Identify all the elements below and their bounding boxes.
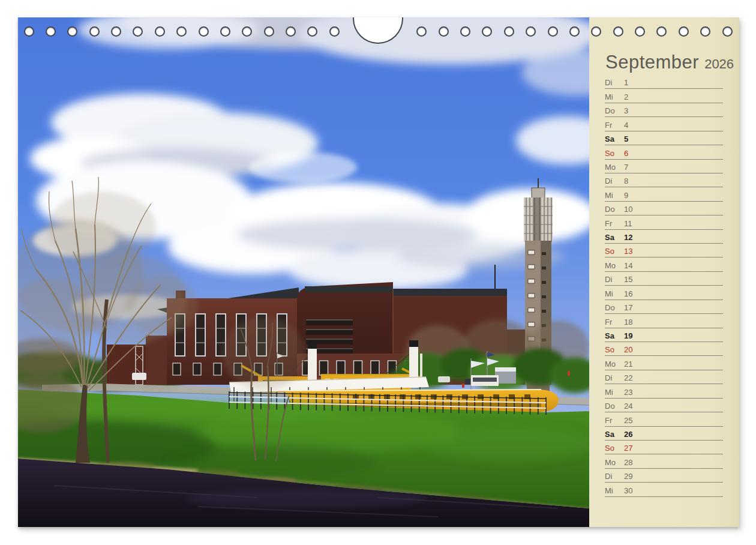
weekday-label: Do (605, 402, 621, 411)
weekday-label: Di (605, 78, 621, 87)
calendar-day-row: Do3 (605, 103, 723, 117)
calendar-day-row: Fr18 (605, 314, 723, 328)
day-number: 26 (624, 430, 632, 439)
weekday-label: Mo (605, 458, 621, 467)
calendar-day-row: Di22 (605, 370, 723, 384)
binding-hole (46, 26, 56, 37)
day-number: 22 (624, 373, 632, 382)
calendar-day-row: Di1 (605, 75, 723, 89)
calendar-day-row: So6 (605, 145, 723, 159)
weekday-label: Mo (605, 163, 621, 172)
day-number: 23 (624, 388, 632, 397)
binding-hole (526, 26, 536, 37)
day-number: 19 (624, 331, 632, 340)
calendar-sheet: September2026 Di1Mi2Do3Fr4Sa5So6Mo7Di8Mi… (18, 17, 739, 527)
binding-hole (569, 26, 580, 37)
day-number: 10 (624, 205, 632, 214)
day-number: 12 (624, 233, 632, 242)
day-number: 20 (624, 345, 632, 354)
weekday-label: Mi (605, 388, 621, 397)
panel-title: September2026 (605, 52, 734, 73)
binding-hole (700, 26, 710, 37)
calendar-day-row: Mi23 (605, 384, 723, 398)
binding-hole (722, 26, 733, 37)
calendar-day-row: Di15 (605, 272, 723, 286)
day-number: 11 (624, 219, 632, 228)
weekday-label: So (605, 247, 621, 256)
binding-hole (613, 26, 623, 37)
calendar-day-row: Sa12 (605, 230, 723, 244)
weekday-label: Sa (605, 233, 621, 242)
calendar-day-row: Mo14 (605, 257, 723, 271)
weekday-label: Sa (605, 134, 621, 143)
calendar-day-row: Mo21 (605, 356, 723, 370)
day-number: 30 (624, 486, 632, 495)
calendar-day-row: So13 (605, 244, 723, 257)
calendar-day-row: Sa19 (605, 328, 723, 342)
day-number: 9 (624, 191, 628, 200)
pedestrian-red (568, 371, 570, 376)
weekday-label: Sa (605, 331, 621, 340)
day-number: 14 (624, 261, 632, 270)
calendar-rows: Di1Mi2Do3Fr4Sa5So6Mo7Di8Mi9Do10Fr11Sa12S… (605, 75, 723, 497)
day-number: 21 (624, 360, 632, 369)
binding-hole (24, 26, 34, 37)
day-number: 3 (624, 106, 628, 115)
calendar-day-row: Do10 (605, 202, 723, 215)
calendar-day-row: Fr4 (605, 117, 723, 131)
weekday-label: Do (605, 303, 621, 312)
calendar-day-row: Do24 (605, 399, 723, 412)
weekday-label: Di (605, 176, 621, 185)
binding-hole (286, 26, 296, 37)
day-number: 8 (624, 176, 628, 185)
calendar-day-row: Mi9 (605, 187, 723, 201)
binding-hole (504, 26, 514, 37)
binding-hole (111, 26, 121, 37)
weekday-label: Mi (605, 191, 621, 200)
calendar-day-row: Mi16 (605, 286, 723, 300)
weekday-label: So (605, 444, 621, 453)
day-number: 6 (624, 149, 628, 158)
weekday-label: Mo (605, 360, 621, 369)
calendar-day-row: Mo7 (605, 160, 723, 173)
binding-hole (679, 26, 689, 37)
weekday-label: Fr (605, 416, 621, 425)
calendar-day-row: Mi2 (605, 89, 723, 103)
weekday-label: Mi (605, 289, 621, 298)
day-number: 15 (624, 275, 632, 284)
weekday-label: So (605, 345, 621, 354)
binding-hole (220, 26, 230, 37)
year-label: 2026 (704, 56, 734, 71)
binding-hole (329, 26, 340, 37)
white-car (438, 376, 450, 382)
day-number: 16 (624, 289, 632, 298)
weekday-label: Di (605, 373, 621, 382)
day-number: 2 (624, 92, 628, 101)
weekday-label: Mi (605, 92, 621, 101)
calendar-day-row: Di8 (605, 173, 723, 187)
weekday-label: Do (605, 106, 621, 115)
day-number: 1 (624, 78, 628, 87)
pedestrian-red (462, 384, 464, 388)
weekday-label: Do (605, 205, 621, 214)
binding-hole (548, 26, 558, 37)
calendar-day-row: Sa26 (605, 427, 723, 441)
weekday-label: Fr (605, 219, 621, 228)
weekday-label: So (605, 149, 621, 158)
binding-hole (155, 26, 165, 37)
day-number: 28 (624, 458, 632, 467)
day-number: 29 (624, 472, 632, 481)
weekday-label: Sa (605, 430, 621, 439)
day-number: 5 (624, 134, 628, 143)
day-number: 25 (624, 416, 632, 425)
landscape-photo (18, 17, 589, 527)
weekday-label: Di (605, 472, 621, 481)
day-number: 7 (624, 163, 628, 172)
day-number: 18 (624, 318, 632, 327)
binding-hole (199, 26, 209, 37)
binding-hole (264, 26, 274, 37)
weekday-label: Mo (605, 261, 621, 270)
calendar-day-row: So20 (605, 342, 723, 356)
calendar-panel: September2026 Di1Mi2Do3Fr4Sa5So6Mo7Di8Mi… (589, 17, 739, 527)
calendar-day-row: So27 (605, 441, 723, 454)
